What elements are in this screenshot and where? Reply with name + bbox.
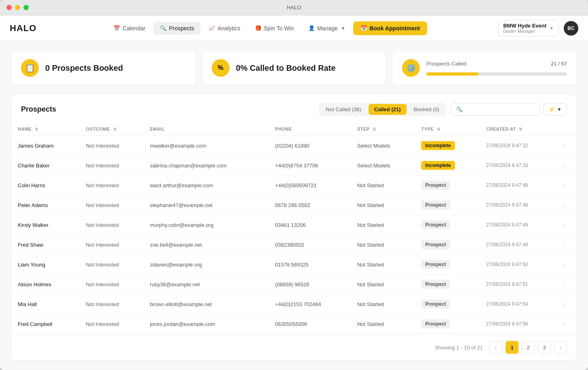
table-row[interactable]: Charlie Baker Not Interested sabrina.cha… <box>11 156 577 175</box>
cell-chevron[interactable]: › <box>556 294 577 314</box>
page-prev-button[interactable]: ‹ <box>489 341 502 354</box>
cell-outcome: Not Interested <box>79 136 143 156</box>
table-head: NAME ⇅ OUTCOME ⇅ EMAIL PHONE STEP ⇅ TYPE… <box>11 123 577 136</box>
filter-tabs: Not Called (36) Called (21) Booked (0) <box>319 103 446 116</box>
nav-analytics[interactable]: 📈 Analytics <box>202 22 247 35</box>
row-chevron-icon[interactable]: › <box>563 301 565 307</box>
cell-chevron[interactable]: › <box>556 175 577 195</box>
cell-email: zdavies@example.org <box>143 255 269 275</box>
pagination-row: Showing 1 - 10 of 21 ‹ 1 2 3 › <box>11 334 577 360</box>
col-created-at[interactable]: CREATED AT ⇅ <box>480 123 556 136</box>
cell-step: Not Started <box>351 235 415 255</box>
cell-chevron[interactable]: › <box>556 215 577 235</box>
cell-type: Prospect <box>415 235 480 255</box>
cell-name: Mia Hall <box>11 294 79 314</box>
dealer-selector[interactable]: BMW Hyde Event Dealer Manager ▼ <box>498 20 559 36</box>
filter-called[interactable]: Called (21) <box>369 104 407 115</box>
table-row[interactable]: Kirsty Walker Not Interested murphy.coli… <box>11 215 577 235</box>
cell-phone: 0678 296 0502 <box>269 195 351 215</box>
cell-chevron[interactable]: › <box>556 235 577 255</box>
booked-icon: 📋 <box>21 59 39 77</box>
cell-chevron[interactable]: › <box>556 314 577 334</box>
stat-booked: 📋 0 Prospects Booked <box>11 51 196 85</box>
col-type[interactable]: TYPE ⇅ <box>415 123 480 136</box>
search-input[interactable] <box>466 106 535 112</box>
close-button[interactable] <box>6 5 12 10</box>
cell-chevron[interactable]: › <box>556 136 577 156</box>
row-chevron-icon[interactable]: › <box>563 202 565 208</box>
table-row[interactable]: Alison Holmes Not Interested ruby36@exam… <box>11 275 577 294</box>
cell-phone: (02204) 61890 <box>269 136 351 156</box>
col-step[interactable]: STEP ⇅ <box>351 123 415 136</box>
table-wrapper: NAME ⇅ OUTCOME ⇅ EMAIL PHONE STEP ⇅ TYPE… <box>11 123 577 334</box>
type-sort-icon: ⇅ <box>437 127 440 131</box>
col-outcome[interactable]: OUTCOME ⇅ <box>79 123 143 136</box>
cell-chevron[interactable]: › <box>556 195 577 215</box>
table-row[interactable]: Fred Shaw Not Interested zoe.bell@exampl… <box>11 235 577 255</box>
cell-chevron[interactable]: › <box>556 255 577 275</box>
row-chevron-icon[interactable]: › <box>563 261 565 268</box>
cell-chevron[interactable]: › <box>556 275 577 294</box>
app-window: HALO HALO 📅 Calendar 🔍 Prospects 📈 Analy… <box>0 0 588 370</box>
col-email[interactable]: EMAIL <box>143 123 269 136</box>
main-nav: 📅 Calendar 🔍 Prospects 📈 Analytics 🎁 Spi… <box>107 21 427 35</box>
prospects-section: Prospects Not Called (36) Called (21) Bo… <box>11 95 577 360</box>
prospects-table: NAME ⇅ OUTCOME ⇅ EMAIL PHONE STEP ⇅ TYPE… <box>11 123 577 334</box>
page-3-button[interactable]: 3 <box>538 341 551 354</box>
col-phone[interactable]: PHONE <box>269 123 351 136</box>
booked-value: 0 Prospects Booked <box>45 63 186 73</box>
table-row[interactable]: Liam Young Not Interested zdavies@exampl… <box>11 255 577 275</box>
table-row[interactable]: Mia Hall Not Interested brown.elliott@ex… <box>11 294 577 314</box>
table-row[interactable]: Peter Adams Not Interested stephanie47@e… <box>11 195 577 215</box>
page-2-button[interactable]: 2 <box>522 341 535 354</box>
nav-spin-to-win[interactable]: 🎁 Spin To Win <box>249 22 300 35</box>
row-chevron-icon[interactable]: › <box>563 321 565 327</box>
table-row[interactable]: James Graham Not Interested mwalker@exam… <box>11 136 577 156</box>
row-chevron-icon[interactable]: › <box>563 281 565 288</box>
nav-manage[interactable]: 👤 Manage ▼ <box>302 22 352 35</box>
prospects-tbody: James Graham Not Interested mwalker@exam… <box>11 136 577 334</box>
cell-outcome: Not Interested <box>79 215 143 235</box>
search-box[interactable]: 🔍 <box>451 103 540 116</box>
traffic-lights <box>6 5 29 10</box>
col-name[interactable]: NAME ⇅ <box>11 123 79 136</box>
type-badge: Prospect <box>421 280 450 289</box>
called-rate-icon: % <box>212 59 230 77</box>
filter-booked[interactable]: Booked (0) <box>408 104 445 115</box>
window-title: HALO <box>287 4 301 11</box>
cell-type: Prospect <box>415 215 480 235</box>
dealer-name: BMW Hyde Event <box>503 23 546 29</box>
row-chevron-icon[interactable]: › <box>563 241 565 248</box>
row-chevron-icon[interactable]: › <box>563 162 565 169</box>
fullscreen-button[interactable] <box>23 5 29 10</box>
table-row[interactable]: Fred Campbell Not Interested jones.jorda… <box>11 314 577 334</box>
cell-created-at: 27/06/2024 9:47:48 <box>480 175 556 195</box>
row-chevron-icon[interactable]: › <box>563 142 565 149</box>
nav-prospects[interactable]: 🔍 Prospects <box>154 22 200 35</box>
cell-email: brown.elliott@example.net <box>143 294 269 314</box>
cell-type: Prospect <box>415 314 480 334</box>
cell-phone: 01578 569325 <box>269 255 351 275</box>
created-sort-icon: ⇅ <box>519 127 523 131</box>
filter-chevron-icon: ▼ <box>556 106 562 112</box>
filter-not-called[interactable]: Not Called (36) <box>320 104 367 115</box>
filter-button[interactable]: ⚡ ▼ <box>543 103 567 116</box>
stats-row: 📋 0 Prospects Booked % 0% Called to Book… <box>11 51 577 85</box>
cell-step: Select Models <box>351 136 415 156</box>
filter-icon: ⚡ <box>548 106 555 112</box>
cell-outcome: Not Interested <box>79 195 143 215</box>
nav-calendar[interactable]: 📅 Calendar <box>107 22 152 35</box>
page-1-button[interactable]: 1 <box>506 341 518 354</box>
cell-phone: +44(0)2153 702484 <box>269 294 351 314</box>
header-right: BMW Hyde Event Dealer Manager ▼ BC <box>498 20 578 36</box>
table-row[interactable]: Colin Harris Not Interested ward.arthur@… <box>11 175 577 195</box>
cell-outcome: Not Interested <box>79 235 143 255</box>
cell-name: Fred Campbell <box>11 314 79 334</box>
nav-book-appointment[interactable]: 📅 Book Appointment <box>353 21 427 35</box>
cell-chevron[interactable]: › <box>556 156 577 175</box>
minimize-button[interactable] <box>15 5 20 10</box>
row-chevron-icon[interactable]: › <box>563 182 565 188</box>
page-next-button[interactable]: › <box>554 341 567 354</box>
row-chevron-icon[interactable]: › <box>563 222 565 228</box>
cell-created-at: 27/06/2024 9:47:51 <box>480 275 556 294</box>
